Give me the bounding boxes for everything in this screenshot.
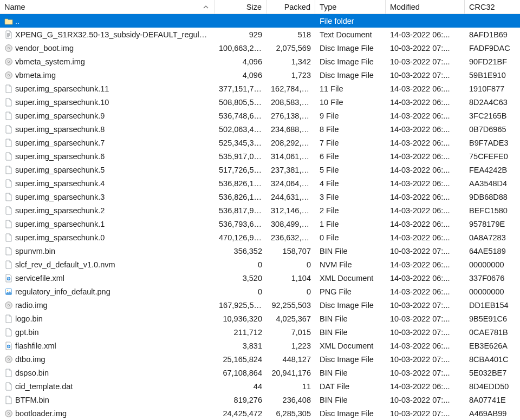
file-size: 44: [214, 382, 266, 391]
file-row[interactable]: super.img_sparsechunk.1536,793,608308,49…: [0, 217, 520, 231]
parent-folder-row[interactable]: .. File folder: [0, 14, 520, 28]
file-modified: 10-03-2022 07:...: [386, 247, 465, 255]
file-modified: 14-03-2022 06:...: [386, 274, 465, 283]
file-row[interactable]: dtbo.img25,165,824448,127Disc Image File…: [0, 352, 520, 366]
file-size: 517,726,520: [214, 166, 266, 174]
file-packed-size: 162,784,724: [266, 84, 315, 93]
file-crc32: DD1EB154: [465, 301, 520, 310]
file-row[interactable]: super.img_sparsechunk.7525,345,352208,29…: [0, 136, 520, 149]
file-name-label: super.img_sparsechunk.11: [15, 84, 210, 93]
file-crc32: 00000000: [465, 260, 520, 269]
file-blank-icon: [4, 84, 13, 93]
file-size: 356,352: [214, 247, 266, 255]
file-row[interactable]: regulatory_info_default.png00PNG File14-…: [0, 285, 520, 298]
file-row[interactable]: super.img_sparsechunk.11377,151,728162,7…: [0, 82, 520, 95]
file-size: 24,425,472: [214, 409, 266, 418]
file-modified: 10-03-2022 07:...: [386, 57, 465, 66]
file-row[interactable]: super.img_sparsechunk.2536,817,948312,14…: [0, 204, 520, 217]
file-row[interactable]: super.img_sparsechunk.8502,063,400234,68…: [0, 122, 520, 136]
file-blank-icon: [4, 220, 13, 228]
file-row[interactable]: super.img_sparsechunk.10508,805,572208,5…: [0, 95, 520, 109]
file-name-label: super.img_sparsechunk.10: [15, 98, 210, 107]
column-header-type[interactable]: Type: [315, 0, 386, 14]
file-modified: 14-03-2022 06:...: [386, 193, 465, 201]
file-row[interactable]: vbmeta_system.img4,0961,342Disc Image Fi…: [0, 55, 520, 68]
column-header-modified[interactable]: Modified: [386, 0, 465, 14]
file-name-label: super.img_sparsechunk.6: [15, 152, 210, 161]
file-row[interactable]: cid_template.dat4411DAT File14-03-2022 0…: [0, 379, 520, 393]
file-row[interactable]: logo.bin10,936,3204,025,367BIN File10-03…: [0, 312, 520, 325]
file-modified: 14-03-2022 06:...: [386, 179, 465, 188]
file-row[interactable]: super.img_sparsechunk.5517,726,520237,38…: [0, 163, 520, 176]
file-row[interactable]: super.img_sparsechunk.9536,748,620276,13…: [0, 109, 520, 122]
file-blank-icon: [4, 233, 13, 242]
disc-image-icon: [4, 355, 13, 364]
file-blank-icon: [4, 98, 13, 107]
file-row[interactable]: BTFM.bin819,276236,408BIN File10-03-2022…: [0, 393, 520, 406]
file-name-label: super.img_sparsechunk.7: [15, 139, 210, 147]
file-row[interactable]: XPENG_G_S1RX32.50-13_subsidy-DEFAULT_reg…: [0, 28, 520, 41]
file-crc32: 9DB68D88: [465, 193, 520, 201]
folder-up-icon: [4, 17, 13, 25]
file-modified: 14-03-2022 06:...: [386, 206, 465, 215]
column-header-size[interactable]: Size: [214, 0, 266, 14]
column-header-row: Name Size Packed Type Modified CRC32: [0, 0, 520, 14]
disc-image-icon: [4, 57, 13, 66]
file-packed-size: 1,223: [266, 342, 315, 350]
file-crc32: 0B7D6965: [465, 125, 520, 134]
file-row[interactable]: flashfile.xml3,8311,223XML Document14-03…: [0, 339, 520, 352]
file-row[interactable]: vendor_boot.img100,663,2962,075,569Disc …: [0, 41, 520, 55]
file-modified: 10-03-2022 07:...: [386, 314, 465, 323]
file-size: 508,805,572: [214, 98, 266, 107]
file-crc32: 00000000: [465, 287, 520, 296]
file-packed-size: 7,015: [266, 328, 315, 337]
file-packed-size: 236,632,200: [266, 233, 315, 242]
file-row[interactable]: super.img_sparsechunk.4536,826,140324,06…: [0, 176, 520, 190]
file-packed-size: 208,583,179: [266, 98, 315, 107]
sort-indicator-icon: [202, 4, 210, 10]
file-row[interactable]: dspso.bin67,108,86420,941,176BIN File10-…: [0, 366, 520, 379]
column-header-crc32[interactable]: CRC32: [465, 0, 520, 14]
file-crc32: 8D2A4C63: [465, 98, 520, 107]
file-row[interactable]: bootloader.img24,425,4726,285,305Disc Im…: [0, 406, 520, 420]
file-packed-size: 0: [266, 260, 315, 269]
file-name-label: vbmeta.img: [15, 71, 210, 80]
file-type: Disc Image File: [315, 71, 386, 80]
file-type: XML Document: [315, 342, 386, 350]
file-type: XML Document: [315, 274, 386, 283]
file-row[interactable]: vbmeta.img4,0961,723Disc Image File10-03…: [0, 68, 520, 82]
file-blank-icon: [4, 193, 13, 201]
disc-image-icon: [4, 44, 13, 52]
file-row[interactable]: super.img_sparsechunk.3536,826,152244,63…: [0, 190, 520, 204]
file-size: 4,096: [214, 71, 266, 80]
header-label: Size: [246, 3, 262, 11]
file-crc32: 0CAE781B: [465, 328, 520, 337]
file-modified: 14-03-2022 06:...: [386, 260, 465, 269]
column-header-name[interactable]: Name: [0, 0, 214, 14]
file-blank-icon: [4, 396, 13, 404]
file-row[interactable]: radio.img167,925,50492,255,503Disc Image…: [0, 298, 520, 312]
file-modified: 10-03-2022 07:...: [386, 328, 465, 337]
file-row[interactable]: slcf_rev_d_default_v1.0.nvm00NVM File14-…: [0, 258, 520, 271]
file-blank-icon: [4, 111, 13, 120]
file-row[interactable]: gpt.bin211,7127,015BIN File10-03-2022 07…: [0, 325, 520, 339]
column-header-packed[interactable]: Packed: [266, 0, 315, 14]
file-type: 5 File: [315, 166, 386, 174]
xml-file-icon: [4, 342, 13, 350]
file-crc32: FEA4242B: [465, 166, 520, 174]
file-packed-size: 314,061,863: [266, 152, 315, 161]
header-label: CRC32: [469, 3, 495, 11]
file-modified: 14-03-2022 06:...: [386, 287, 465, 296]
file-name-label: gpt.bin: [15, 328, 210, 337]
file-row[interactable]: super.img_sparsechunk.6535,917,032314,06…: [0, 149, 520, 163]
file-row[interactable]: servicefile.xml3,5201,104XML Document14-…: [0, 271, 520, 285]
file-type: Disc Image File: [315, 409, 386, 418]
file-blank-icon: [4, 369, 13, 377]
file-crc32: 90FD21BF: [465, 57, 520, 66]
file-row[interactable]: spunvm.bin356,352158,707BIN File10-03-20…: [0, 244, 520, 258]
file-row[interactable]: super.img_sparsechunk.0470,126,960236,63…: [0, 231, 520, 244]
file-name-label: super.img_sparsechunk.9: [15, 111, 210, 120]
file-size: 211,712: [214, 328, 266, 337]
file-name-label: super.img_sparsechunk.4: [15, 179, 210, 188]
file-crc32: A469AB99: [465, 409, 520, 418]
